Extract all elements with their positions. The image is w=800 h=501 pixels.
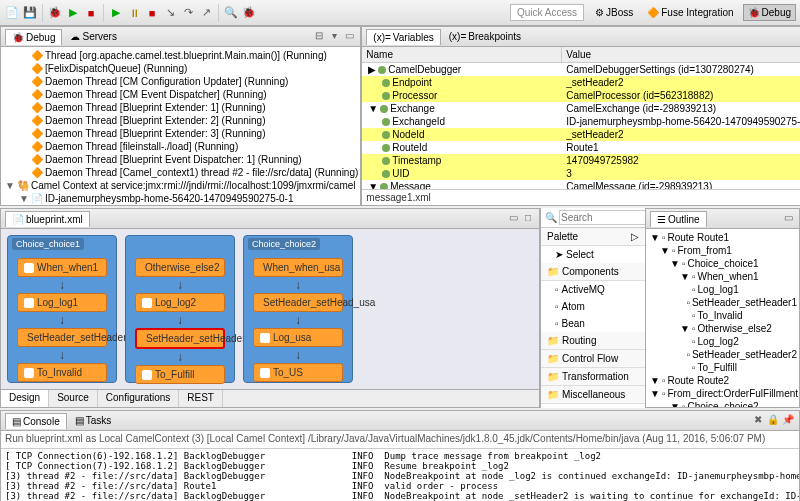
- outline-item[interactable]: ▫To_Fulfill: [648, 361, 797, 374]
- route-container[interactable]: Choice_choice2When_when_usa↓SetHeader_se…: [243, 235, 353, 383]
- outline-tab[interactable]: ☰Outline: [650, 211, 707, 227]
- outline-item[interactable]: ▼▫Choice_choice2: [648, 400, 797, 407]
- outline-item[interactable]: ▫SetHeader_setHeader1: [648, 296, 797, 309]
- debug-icon[interactable]: 🐞: [47, 5, 63, 21]
- route-node[interactable]: Otherwise_else2: [135, 258, 225, 277]
- variable-row[interactable]: UID3: [362, 167, 800, 180]
- outline-item[interactable]: ▼▫When_when1: [648, 270, 797, 283]
- variable-row[interactable]: ProcessorCamelProcessor (id=562318882): [362, 89, 800, 102]
- route-node[interactable]: SetHeader_setHead_usa: [253, 293, 343, 312]
- editor-tab-blueprint[interactable]: 📄 blueprint.xml: [5, 211, 90, 227]
- minimize-icon[interactable]: ▭: [781, 212, 795, 226]
- debug-tree[interactable]: 🔶Thread [org.apache.camel.test.blueprint…: [1, 47, 360, 205]
- debug-tree-item[interactable]: 🔶Daemon Thread [Blueprint Extender: 1] (…: [3, 101, 358, 114]
- route-node[interactable]: Log_usa: [253, 328, 343, 347]
- tab-console[interactable]: ▤ Console: [5, 413, 67, 429]
- route-canvas[interactable]: Choice_choice1When_when1↓Log_log1↓SetHea…: [1, 229, 539, 389]
- route-node[interactable]: To_US: [253, 363, 343, 382]
- console-output[interactable]: [ TCP Connection(6)-192.168.1.2] Backlog…: [1, 449, 799, 501]
- route-node[interactable]: Log_log2: [135, 293, 225, 312]
- variable-row[interactable]: ▼ExchangeCamelExchange (id=-298939213): [362, 102, 800, 115]
- palette-item[interactable]: ▫Bean: [541, 315, 645, 332]
- palette-section-transformation[interactable]: 📁Transformation: [541, 368, 645, 386]
- palette-section-control-flow[interactable]: 📁Control Flow: [541, 350, 645, 368]
- pin-icon[interactable]: 📌: [781, 414, 795, 428]
- debug-tree-item[interactable]: ▼📄ID-janemurpheysmbp-home-56420-14709495…: [3, 192, 358, 205]
- outline-item[interactable]: ▫Log_log2: [648, 335, 797, 348]
- debug-tree-item[interactable]: 🔶Thread [org.apache.camel.test.blueprint…: [3, 49, 358, 62]
- debug-tree-item[interactable]: 🔶Daemon Thread [Blueprint Event Dispatch…: [3, 153, 358, 166]
- maximize-icon[interactable]: □: [521, 212, 535, 226]
- editor-tab-design[interactable]: Design: [1, 390, 49, 407]
- collapse-icon[interactable]: ⊟: [312, 30, 326, 44]
- clear-icon[interactable]: ✖: [751, 414, 765, 428]
- outline-item[interactable]: ▼▫Choice_choice1: [648, 257, 797, 270]
- palette-item[interactable]: ▫Atom: [541, 298, 645, 315]
- outline-item[interactable]: ▫SetHeader_setHeader2: [648, 348, 797, 361]
- outline-item[interactable]: ▼▫From_direct:OrderFulFillment: [648, 387, 797, 400]
- palette-select-tool[interactable]: ➤Select: [541, 246, 645, 263]
- variable-row[interactable]: Endpoint_setHeader2: [362, 76, 800, 89]
- palette-section-routing[interactable]: 📁Routing: [541, 332, 645, 350]
- col-name[interactable]: Name: [362, 47, 562, 62]
- variable-row[interactable]: Timestamp1470949725982: [362, 154, 800, 167]
- outline-item[interactable]: ▫Log_log1: [648, 283, 797, 296]
- outline-item[interactable]: ▼▫Route Route2: [648, 374, 797, 387]
- variable-row[interactable]: ExchangeIdID-janemurpheysmbp-home-56420-…: [362, 115, 800, 128]
- route-node[interactable]: Log_log1: [17, 293, 107, 312]
- col-value[interactable]: Value: [562, 47, 800, 62]
- palette-section-miscellaneous[interactable]: 📁Miscellaneous: [541, 386, 645, 404]
- variables-rows[interactable]: ▶CamelDebuggerCamelDebuggerSettings (id=…: [362, 63, 800, 189]
- debug-tree-item[interactable]: 🔶Daemon Thread [Camel_context1) thread #…: [3, 166, 358, 179]
- route-node[interactable]: To_Fulfill: [135, 365, 225, 384]
- menu-icon[interactable]: ▾: [327, 30, 341, 44]
- variable-row[interactable]: NodeId_setHeader2: [362, 128, 800, 141]
- tab-debug[interactable]: 🐞Debug: [5, 29, 62, 45]
- refresh-icon[interactable]: 🐞: [241, 5, 257, 21]
- search-icon[interactable]: 🔍: [223, 5, 239, 21]
- perspective-jboss[interactable]: ⚙JBoss: [590, 4, 638, 21]
- terminate-icon[interactable]: ■: [144, 5, 160, 21]
- lock-icon[interactable]: 🔒: [766, 414, 780, 428]
- debug-tree-item[interactable]: 🔶Daemon Thread [Blueprint Extender: 3] (…: [3, 127, 358, 140]
- debug-tree-item[interactable]: 🔶Daemon Thread [CM Event Dispatcher] (Ru…: [3, 88, 358, 101]
- minimize-icon[interactable]: ▭: [506, 212, 520, 226]
- tab-variables[interactable]: (x)= Variables: [366, 29, 440, 45]
- tab-servers[interactable]: ☁Servers: [64, 29, 122, 44]
- save-icon[interactable]: 💾: [22, 5, 38, 21]
- route-node[interactable]: SetHeader_setHeader2: [135, 328, 225, 349]
- perspective-fuse-integration[interactable]: 🔶Fuse Integration: [642, 4, 738, 21]
- route-node[interactable]: When_when1: [17, 258, 107, 277]
- run-icon[interactable]: ▶: [65, 5, 81, 21]
- variable-row[interactable]: ▼MessageCamelMessage (id=-298939213): [362, 180, 800, 189]
- debug-tree-item[interactable]: ▼🐫Camel Context at service:jmx:rmi:///jn…: [3, 179, 358, 192]
- editor-tab-rest[interactable]: REST: [179, 390, 223, 407]
- outline-item[interactable]: ▫To_Invalid: [648, 309, 797, 322]
- outline-item[interactable]: ▼▫Otherwise_else2: [648, 322, 797, 335]
- tab-tasks[interactable]: ▤ Tasks: [69, 413, 118, 428]
- outline-item[interactable]: ▼▫From_from1: [648, 244, 797, 257]
- tab-breakpoints[interactable]: (x)= Breakpoints: [443, 29, 527, 44]
- route-node[interactable]: When_when_usa: [253, 258, 343, 277]
- outline-tree[interactable]: ▼▫Route Route1▼▫From_from1▼▫Choice_choic…: [646, 229, 799, 407]
- resume-icon[interactable]: ▶: [108, 5, 124, 21]
- debug-tree-item[interactable]: 🔶Daemon Thread [CM Configuration Updater…: [3, 75, 358, 88]
- perspective-debug[interactable]: 🐞Debug: [743, 4, 796, 21]
- route-container[interactable]: Choice_choice1When_when1↓Log_log1↓SetHea…: [7, 235, 117, 383]
- route-node[interactable]: To_Invalid: [17, 363, 107, 382]
- route-container[interactable]: Otherwise_else2↓Log_log2↓SetHeader_setHe…: [125, 235, 235, 383]
- suspend-icon[interactable]: ⏸: [126, 5, 142, 21]
- palette-section-components[interactable]: 📁Components: [541, 263, 645, 281]
- variable-row[interactable]: RouteIdRoute1: [362, 141, 800, 154]
- quick-access-input[interactable]: Quick Access: [510, 4, 584, 21]
- editor-tab-configurations[interactable]: Configurations: [98, 390, 179, 407]
- debug-tree-item[interactable]: 🔶Daemon Thread [Blueprint Extender: 2] (…: [3, 114, 358, 127]
- debug-tree-item[interactable]: 🔶[FelixDispatchQueue] (Running): [3, 62, 358, 75]
- palette-item[interactable]: ▫ActiveMQ: [541, 281, 645, 298]
- outline-item[interactable]: ▼▫Route Route1: [648, 231, 797, 244]
- step-over-icon[interactable]: ↷: [180, 5, 196, 21]
- step-into-icon[interactable]: ↘: [162, 5, 178, 21]
- variable-row[interactable]: ▶CamelDebuggerCamelDebuggerSettings (id=…: [362, 63, 800, 76]
- route-node[interactable]: SetHeader_setHeader1: [17, 328, 107, 347]
- minimize-icon[interactable]: ▭: [342, 30, 356, 44]
